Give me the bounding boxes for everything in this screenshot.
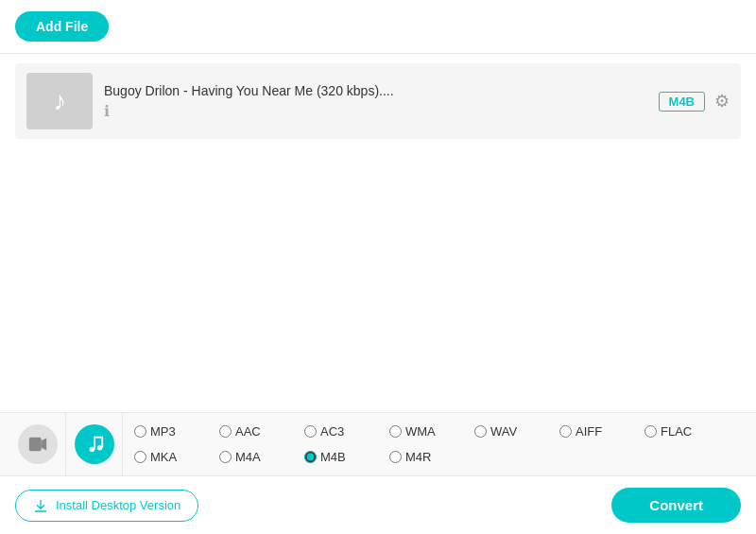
format-mka[interactable]: MKA [134, 450, 219, 464]
header: Add File [0, 0, 756, 54]
format-wav[interactable]: WAV [474, 424, 559, 439]
install-label: Install Desktop Version [56, 498, 180, 512]
music-note-icon: ♪ [53, 86, 66, 116]
file-thumbnail: ♪ [26, 73, 93, 129]
format-m4r[interactable]: M4R [389, 450, 474, 464]
format-options: MP3 AAC AC3 WMA WAV AIFF FLAC MK [123, 413, 747, 475]
bottom-panel: MP3 AAC AC3 WMA WAV AIFF FLAC MK [0, 412, 756, 534]
svg-rect-4 [94, 437, 95, 450]
svg-rect-0 [28, 438, 41, 452]
file-info: Bugoy Drilon - Having You Near Me (320 k… [104, 83, 647, 120]
audio-tab-icon-circle [75, 424, 114, 464]
svg-marker-1 [41, 439, 45, 451]
format-wma[interactable]: WMA [389, 424, 474, 439]
format-mp3[interactable]: MP3 [134, 424, 219, 439]
install-desktop-button[interactable]: Install Desktop Version [15, 490, 198, 522]
video-tab-icon-circle [18, 424, 58, 464]
download-icon [33, 498, 48, 513]
format-m4a[interactable]: M4A [219, 450, 304, 464]
video-icon [27, 434, 48, 455]
info-icon[interactable]: ℹ [104, 103, 110, 119]
file-list: ♪ Bugoy Drilon - Having You Near Me (320… [0, 54, 756, 148]
file-actions: M4B ⚙ [659, 91, 730, 112]
format-flac[interactable]: FLAC [644, 424, 730, 439]
tab-video[interactable] [9, 413, 66, 475]
format-tabs: MP3 AAC AC3 WMA WAV AIFF FLAC MK [0, 413, 756, 476]
footer-bar: Install Desktop Version Convert [0, 476, 756, 534]
svg-rect-5 [94, 437, 101, 439]
format-badge: M4B [659, 92, 705, 112]
convert-button[interactable]: Convert [611, 488, 741, 523]
settings-icon[interactable]: ⚙ [714, 91, 730, 112]
file-item: ♪ Bugoy Drilon - Having You Near Me (320… [15, 63, 741, 139]
format-m4b[interactable]: M4B [304, 450, 389, 464]
svg-rect-6 [101, 437, 103, 448]
content-area [0, 148, 756, 446]
add-file-button[interactable]: Add File [15, 11, 109, 42]
file-name: Bugoy Drilon - Having You Near Me (320 k… [104, 83, 647, 98]
format-aac[interactable]: AAC [219, 424, 304, 439]
audio-icon [84, 434, 105, 455]
format-aiff[interactable]: AIFF [559, 424, 644, 439]
tab-audio[interactable] [66, 413, 123, 475]
format-ac3[interactable]: AC3 [304, 424, 389, 439]
